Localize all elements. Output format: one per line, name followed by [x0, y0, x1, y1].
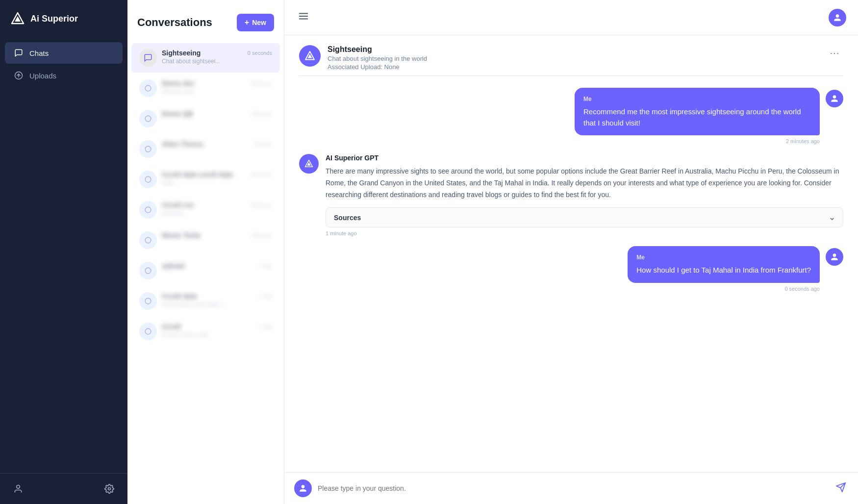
msg-timestamp: 1 minute ago [326, 230, 843, 236]
profile-button[interactable] [11, 481, 25, 496]
svg-point-9 [145, 176, 151, 182]
conv-info: Covid data 1 day Covid data covid data c… [162, 292, 272, 308]
user-avatar [826, 90, 843, 107]
list-item[interactable]: Demo doc 20 hours Preview text [131, 74, 280, 103]
app-logo: Ai Superior [0, 0, 127, 37]
conv-avatar [139, 110, 157, 127]
message-user-2: Me How should I get to Taj Mahal in Indi… [299, 246, 843, 292]
conv-name: Demo QB [162, 110, 193, 118]
chat-input[interactable] [318, 484, 828, 492]
conv-avatar [139, 79, 157, 97]
list-item[interactable]: upload 1 day [131, 256, 280, 285]
svg-point-8 [145, 146, 151, 152]
list-item[interactable]: Covid csv 20 hours preview... [131, 195, 280, 225]
input-user-avatar [294, 479, 312, 497]
message-ai-1: AI Superior GPT There are many impressiv… [299, 154, 843, 236]
upload-icon [14, 71, 24, 80]
conv-avatar [139, 49, 157, 67]
conv-name: Movie Tesla [162, 231, 200, 239]
chat-main: Sightseeing Chat about sightseeing in th… [284, 0, 858, 504]
conv-name: Covid data covid data [162, 171, 233, 178]
chat-input-bar [284, 472, 858, 504]
sidebar-item-chats[interactable]: Chats [5, 42, 123, 64]
conv-name: upload [162, 262, 184, 270]
list-item[interactable]: Alien Theory 8 hours [131, 134, 280, 164]
sidebar-item-chats-label: Chats [29, 49, 49, 57]
msg-user-content: Me How should I get to Taj Mahal in Indi… [628, 246, 820, 292]
msg-label: Me [636, 253, 811, 262]
chevron-down-icon: ⌄ [829, 213, 835, 222]
settings-button[interactable] [102, 481, 117, 496]
conv-preview: Chat about sightseei... [162, 58, 272, 65]
user-avatar [826, 248, 843, 266]
conv-avatar [139, 292, 157, 310]
list-item[interactable]: Covid 1 day Covid covid covid... [131, 317, 280, 346]
svg-point-13 [145, 298, 151, 304]
sidebar-item-uploads-label: Uploads [29, 72, 56, 80]
hamburger-menu-button[interactable] [296, 9, 311, 26]
conv-avatar [139, 323, 157, 340]
ai-msg-text: There are many impressive sights to see … [326, 166, 843, 201]
conv-preview: Covid data covid data c... [162, 301, 272, 308]
sidebar-footer [0, 473, 127, 504]
new-conversation-button[interactable]: + New [237, 14, 274, 31]
ai-logo [299, 45, 321, 67]
chat-title: Sightseeing [328, 45, 819, 54]
conv-name: Demo doc [162, 79, 195, 87]
ai-header-info: Sightseeing Chat about sightseeing in th… [328, 45, 819, 71]
message-user-1: Me Recommend me the most impressive sigh… [299, 88, 843, 144]
svg-point-10 [145, 207, 151, 213]
bubble-user: Me How should I get to Taj Mahal in Indi… [628, 246, 820, 283]
list-item[interactable]: Demo QB 20 hours [131, 104, 280, 133]
conv-time: 0 seconds [248, 50, 272, 56]
user-avatar-topright[interactable] [829, 9, 846, 26]
conv-time: 1 day [259, 293, 272, 299]
conv-time: 1 day [259, 324, 272, 329]
conv-name: Alien Theory [162, 140, 203, 148]
msg-ai-content: AI Superior GPT There are many impressiv… [326, 154, 843, 236]
logo-icon [10, 11, 25, 26]
conv-avatar [139, 201, 157, 219]
conv-preview: Preview text [162, 88, 272, 95]
conv-avatar [139, 262, 157, 279]
svg-point-12 [145, 268, 151, 274]
svg-point-11 [145, 237, 151, 243]
conv-time: 20 hours [251, 172, 272, 177]
chat-messages: Sightseeing Chat about sightseeing in th… [284, 35, 858, 472]
conversations-title: Conversations [137, 16, 212, 29]
chat-info-header: Sightseeing Chat about sightseeing in th… [299, 45, 843, 76]
conv-preview: Covid covid covid... [162, 331, 272, 338]
conv-item-sightseeing[interactable]: Sightseeing 0 seconds Chat about sightse… [131, 43, 280, 73]
sidebar-item-uploads[interactable]: Uploads [5, 65, 123, 86]
app-name: Ai Superior [30, 14, 78, 24]
conv-info: Covid data covid data 20 hours data... [162, 171, 272, 186]
sources-toggle[interactable]: Sources ⌄ [326, 208, 843, 227]
more-options-button[interactable]: ⋯ [826, 45, 843, 61]
msg-text: How should I get to Taj Mahal in India f… [636, 266, 811, 274]
conv-info: Movie Tesla 20 hours [162, 231, 272, 239]
conv-time: 20 hours [251, 202, 272, 208]
conv-info: Alien Theory 8 hours [162, 140, 272, 148]
conv-avatar [139, 140, 157, 158]
conv-name: Covid csv [162, 201, 194, 209]
list-item[interactable]: Covid data 1 day Covid data covid data c… [131, 286, 280, 316]
conv-avatar [139, 231, 157, 249]
conv-info: Demo doc 20 hours Preview text [162, 79, 272, 95]
list-item[interactable]: Movie Tesla 20 hours [131, 226, 280, 255]
conv-info: Covid 1 day Covid covid covid... [162, 323, 272, 338]
plus-icon: + [245, 18, 249, 27]
msg-timestamp: 0 seconds ago [784, 286, 820, 292]
ai-msg-name: AI Superior GPT [326, 154, 843, 162]
conversations-header: Conversations + New [127, 0, 284, 40]
list-item[interactable]: Covid data covid data 20 hours data... [131, 165, 280, 194]
conversation-list: Sightseeing 0 seconds Chat about sightse… [127, 40, 284, 504]
sidebar: Ai Superior Chats Uploads [0, 0, 127, 504]
conv-time: 8 hours [254, 141, 272, 147]
svg-point-4 [17, 485, 20, 489]
send-button[interactable] [833, 480, 848, 497]
conv-name: Covid [162, 323, 181, 330]
sources-accordion: Sources ⌄ [326, 207, 843, 227]
msg-timestamp: 2 minutes ago [786, 138, 820, 144]
bubble-user: Me Recommend me the most impressive sigh… [575, 88, 820, 135]
conversations-panel: Conversations + New Sightseeing 0 second… [127, 0, 284, 504]
